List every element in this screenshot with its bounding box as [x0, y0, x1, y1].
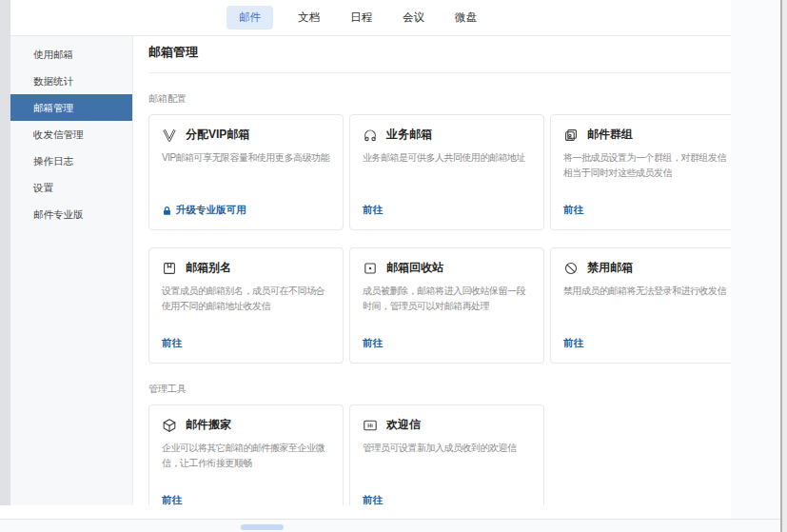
sidebar-item-mail-pro[interactable]: 邮件专业版 — [10, 201, 132, 227]
vertical-scrollbar-track[interactable] — [782, 0, 787, 532]
mail-group-icon — [563, 128, 579, 143]
card-mail-migration[interactable]: 邮件搬家 企业可以将其它邮箱的邮件搬家至企业微信，让工作衔接更顺畅 前往 — [148, 404, 344, 505]
card-disable-mailbox[interactable]: 禁用邮箱 禁用成员的邮箱将无法登录和进行收发信 前往 — [550, 247, 731, 364]
sidebar-item-mailbox-management[interactable]: 邮箱管理 — [10, 94, 132, 121]
title-divider — [148, 72, 731, 73]
sidebar-item-send-receive[interactable]: 收发信管理 — [10, 121, 132, 148]
tab-drive[interactable]: 微盘 — [453, 7, 479, 29]
card-title: 邮箱别名 — [186, 260, 231, 276]
admin-app: 邮件 文档 日程 会议 微盘 使用邮箱 数据统计 邮箱管理 收发信管理 操作日志… — [10, 0, 731, 505]
window-left-edge — [0, 0, 10, 505]
card-mailbox-alias[interactable]: 邮箱别名 设置成员的邮箱别名，成员可在不同场合使用不同的邮箱地址收发信 前往 — [148, 247, 344, 364]
card-title: 邮箱回收站 — [386, 260, 443, 276]
go-label: 前往 — [162, 337, 182, 350]
section-label-mailbox-config: 邮箱配置 — [148, 92, 731, 105]
sidebar-item-use-mailbox[interactable]: 使用邮箱 — [10, 41, 132, 68]
upgrade-pro-link[interactable]: 升级专业版可用 — [162, 204, 330, 217]
welcome-letter-icon: Hi — [363, 418, 378, 433]
svg-text:Hi: Hi — [367, 423, 373, 428]
bottom-empty-area — [0, 505, 731, 519]
go-label: 前往 — [563, 337, 583, 350]
sidebar-item-statistics[interactable]: 数据统计 — [10, 68, 132, 94]
right-empty-area — [731, 0, 780, 519]
card-title: 欢迎信 — [386, 417, 421, 433]
card-mailbox-recycle-bin[interactable]: 邮箱回收站 成员被删除，邮箱将进入回收站保留一段时间，管理员可以对邮箱再处理 前… — [349, 247, 544, 364]
card-title: 邮件群组 — [587, 127, 633, 143]
go-label: 前往 — [363, 337, 383, 350]
go-label: 前往 — [363, 494, 383, 505]
disable-mailbox-icon — [563, 261, 579, 276]
card-vip-mailbox[interactable]: 分配VIP邮箱 VIP邮箱可享无限容量和使用更多高级功能 升级专业版可用 — [148, 114, 344, 230]
sidebar-item-operation-log[interactable]: 操作日志 — [10, 148, 132, 174]
tab-docs[interactable]: 文档 — [296, 7, 322, 29]
go-link[interactable]: 前往 — [162, 494, 330, 505]
sidebar: 使用邮箱 数据统计 邮箱管理 收发信管理 操作日志 设置 邮件专业版 — [10, 36, 132, 505]
go-label: 前往 — [563, 204, 583, 217]
mailbox-config-grid: 分配VIP邮箱 VIP邮箱可享无限容量和使用更多高级功能 升级专业版可用 — [148, 114, 731, 364]
section-label-management-tools: 管理工具 — [148, 383, 731, 395]
card-description: 禁用成员的邮箱将无法登录和进行收发信 — [563, 284, 731, 299]
vip-icon — [162, 128, 177, 143]
mailbox-alias-icon — [162, 261, 177, 276]
mailbox-recycle-icon — [363, 261, 378, 276]
lock-icon — [162, 206, 172, 216]
go-link[interactable]: 前往 — [162, 337, 330, 350]
card-description: 将一批成员设置为一个群组，对群组发信相当于同时对这些成员发信 — [563, 150, 731, 181]
card-description: 设置成员的邮箱别名，成员可在不同场合使用不同的邮箱地址收发信 — [162, 284, 330, 314]
card-title: 业务邮箱 — [386, 127, 432, 143]
mail-migration-icon — [162, 418, 177, 433]
go-link[interactable]: 前往 — [363, 337, 531, 350]
card-welcome-letter[interactable]: Hi 欢迎信 管理员可设置新加入成员收到的欢迎信 前往 — [349, 404, 544, 505]
management-tools-grid: 邮件搬家 企业可以将其它邮箱的邮件搬家至企业微信，让工作衔接更顺畅 前往 Hi … — [148, 404, 731, 505]
go-label: 前往 — [162, 494, 182, 505]
horizontal-scrollbar-track[interactable] — [0, 519, 780, 532]
tab-mail[interactable]: 邮件 — [226, 6, 273, 30]
tab-meeting[interactable]: 会议 — [401, 7, 426, 29]
business-mailbox-icon — [363, 128, 378, 143]
horizontal-scrollbar-thumb[interactable] — [241, 524, 284, 530]
card-description: 企业可以将其它邮箱的邮件搬家至企业微信，让工作衔接更顺畅 — [162, 441, 330, 471]
top-navigation: 邮件 文档 日程 会议 微盘 — [10, 0, 731, 36]
card-description: 成员被删除，邮箱将进入回收站保留一段时间，管理员可以对邮箱再处理 — [363, 284, 531, 314]
go-link[interactable]: 前往 — [563, 204, 731, 217]
card-title: 分配VIP邮箱 — [186, 127, 249, 143]
card-description: 管理员可设置新加入成员收到的欢迎信 — [363, 441, 531, 456]
go-label: 前往 — [363, 204, 383, 217]
card-description: 业务邮箱是可供多人共同使用的邮箱地址 — [363, 150, 531, 166]
sidebar-item-settings[interactable]: 设置 — [10, 174, 132, 201]
go-link[interactable]: 前往 — [363, 204, 531, 217]
main-content: 邮箱管理 邮箱配置 分配VIP邮箱 VIP邮箱可享无限容量和使用更多高级功能 — [132, 36, 731, 505]
go-link[interactable]: 前往 — [363, 494, 531, 505]
card-business-mailbox[interactable]: 业务邮箱 业务邮箱是可供多人共同使用的邮箱地址 前往 — [349, 114, 544, 230]
card-mail-group[interactable]: 邮件群组 将一批成员设置为一个群组，对群组发信相当于同时对这些成员发信 前往 — [550, 114, 731, 230]
card-description: VIP邮箱可享无限容量和使用更多高级功能 — [162, 150, 330, 166]
go-link[interactable]: 前往 — [563, 337, 731, 350]
page-title: 邮箱管理 — [148, 45, 731, 60]
upgrade-pro-label: 升级专业版可用 — [176, 204, 246, 217]
card-title: 禁用邮箱 — [587, 260, 633, 276]
tab-calendar[interactable]: 日程 — [348, 7, 374, 29]
card-title: 邮件搬家 — [186, 417, 231, 433]
